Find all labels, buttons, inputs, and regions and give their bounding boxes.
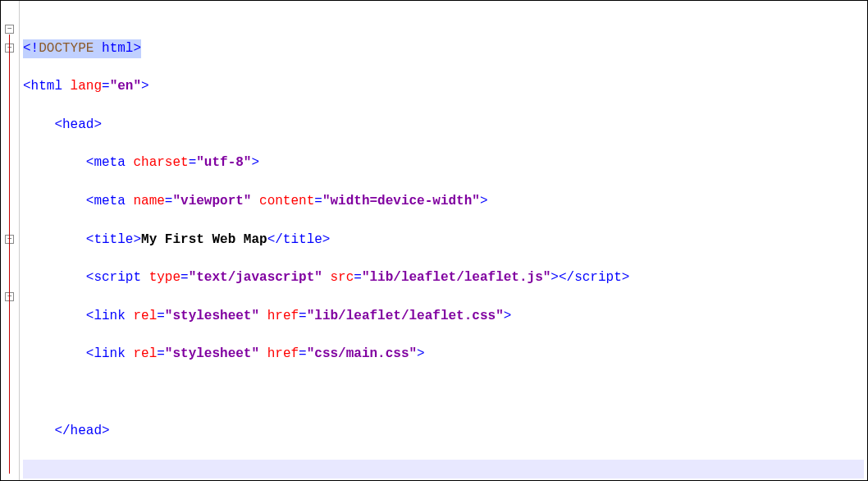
code-line[interactable]: <title>My First Web Map</title> bbox=[23, 231, 864, 250]
fold-line bbox=[9, 34, 10, 474]
fold-icon[interactable]: − bbox=[5, 25, 14, 34]
fold-gutter: − − − − bbox=[1, 1, 20, 480]
code-line[interactable]: <head> bbox=[23, 116, 864, 135]
code-area[interactable]: <!DOCTYPE html> <html lang="en"> <head> … bbox=[20, 1, 867, 480]
code-line[interactable]: <script type="text/javascript" src="lib/… bbox=[23, 268, 864, 287]
code-line[interactable]: <meta name="viewport" content="width=dev… bbox=[23, 192, 864, 211]
code-line[interactable] bbox=[23, 383, 864, 402]
code-line[interactable]: <meta charset="utf-8"> bbox=[23, 153, 864, 172]
code-line[interactable]: <!DOCTYPE html> bbox=[23, 39, 864, 58]
code-editor[interactable]: − − − − <!DOCTYPE html> <html lang="en">… bbox=[1, 1, 867, 480]
code-line-cursor[interactable] bbox=[23, 460, 864, 479]
code-line[interactable]: <link rel="stylesheet" href="lib/leaflet… bbox=[23, 307, 864, 326]
code-line[interactable]: <html lang="en"> bbox=[23, 77, 864, 96]
code-line[interactable]: <link rel="stylesheet" href="css/main.cs… bbox=[23, 345, 864, 364]
code-line[interactable]: </head> bbox=[23, 422, 864, 441]
